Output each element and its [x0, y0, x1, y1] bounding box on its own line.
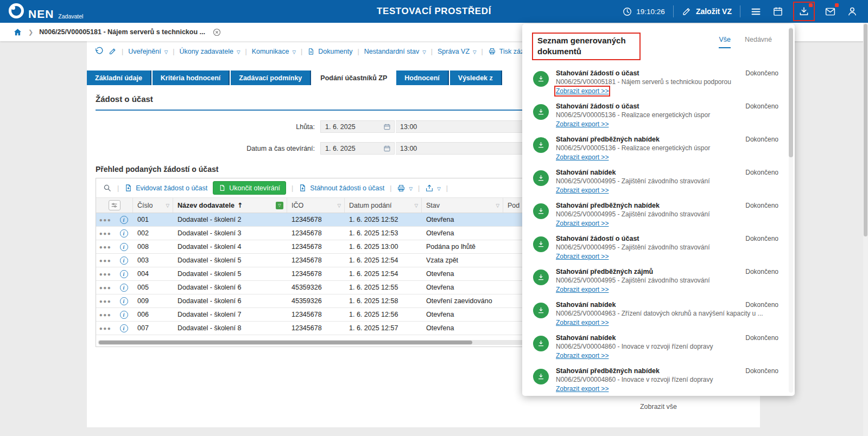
- generated-document-item[interactable]: Stahování předběžných nabídek Dokončeno …: [532, 198, 785, 231]
- top-bar: NEN Zadavatel TESTOVACÍ PROSTŘEDÍ 19:10:…: [0, 0, 868, 23]
- create-vz-button[interactable]: Založit VZ: [682, 7, 732, 16]
- panel-scrollbar[interactable]: [789, 27, 793, 393]
- show-export-link[interactable]: Zobrazit export >>: [556, 319, 609, 326]
- filter-caret-icon[interactable]: ▽: [492, 203, 499, 208]
- toolbar-menu-item[interactable]: Komunikace ▽: [252, 48, 296, 55]
- calendar-picker-icon[interactable]: [383, 123, 391, 131]
- row-actions-icon[interactable]: ●●●: [96, 285, 115, 291]
- toolbar-menu-item[interactable]: Dokumenty ▽: [307, 48, 352, 55]
- history-icon[interactable]: [94, 47, 104, 56]
- filter-caret-icon[interactable]: ▽: [162, 203, 169, 208]
- tab[interactable]: Zadávací podmínky: [231, 70, 311, 85]
- row-actions-icon[interactable]: ●●●: [96, 271, 115, 277]
- tab[interactable]: Základní údaje: [87, 70, 151, 85]
- generated-document-item[interactable]: Stahování nabídek Dokončeno N006/25/V000…: [532, 330, 785, 363]
- generated-document-item[interactable]: Stahování žádostí o účast Dokončeno N006…: [532, 99, 785, 132]
- generated-document-item[interactable]: Stahování předběžných zájmů Dokončeno N0…: [532, 264, 785, 297]
- row-actions-icon[interactable]: ●●●: [96, 258, 115, 264]
- column-settings-icon[interactable]: [109, 200, 121, 210]
- calendar-picker-icon[interactable]: [383, 145, 391, 152]
- panel-scrollbar-thumb[interactable]: [789, 28, 793, 157]
- info-icon[interactable]: i: [115, 257, 133, 265]
- show-export-link[interactable]: Zobrazit export >>: [556, 187, 609, 194]
- row-actions-icon[interactable]: ●●●: [96, 325, 115, 331]
- info-icon[interactable]: i: [115, 229, 133, 238]
- opening-date-input[interactable]: 1. 6. 2025: [320, 142, 395, 155]
- generated-document-item[interactable]: Stahování nabídek Dokončeno N006/25/V000…: [532, 165, 785, 198]
- finish-opening-button[interactable]: Ukončit otevírání: [213, 181, 286, 195]
- row-actions-icon[interactable]: ●●●: [96, 244, 115, 250]
- show-export-link[interactable]: Zobrazit export >>: [556, 220, 609, 227]
- toolbar-menu-item[interactable]: Správa VZ ▽: [438, 48, 477, 55]
- deadline-date-input[interactable]: 1. 6. 2025: [320, 120, 395, 133]
- column-header-number[interactable]: Číslo ▽: [133, 198, 173, 213]
- filter-caret-icon[interactable]: ▽: [411, 203, 418, 208]
- info-icon[interactable]: i: [115, 324, 133, 332]
- row-actions-icon[interactable]: ●●●: [96, 312, 115, 318]
- row-actions-icon[interactable]: ●●●: [96, 230, 115, 236]
- panel-tab[interactable]: Nedávné: [745, 36, 772, 48]
- tab[interactable]: Výsledek z: [450, 70, 502, 85]
- download-requests-button[interactable]: Stáhnout žádosti o účast: [299, 184, 384, 192]
- filter-active-icon[interactable]: ▽: [276, 202, 283, 209]
- print-button[interactable]: ▽: [397, 184, 413, 193]
- show-export-link[interactable]: Zobrazit export >>: [556, 120, 609, 128]
- column-header-supplier[interactable]: Název dodavatele ↑ ▽: [173, 198, 287, 213]
- nen-logo-icon: [9, 3, 24, 18]
- toolbar-menu-item[interactable]: Uveřejnění ▽: [128, 48, 168, 55]
- toolbar-menu-label: Komunikace: [252, 48, 289, 55]
- show-export-link[interactable]: Zobrazit export >>: [556, 153, 609, 161]
- show-all-link[interactable]: Zobrazit vše: [532, 403, 785, 411]
- nen-logo[interactable]: NEN Zadavatel: [0, 3, 83, 20]
- info-icon[interactable]: i: [115, 284, 133, 292]
- info-icon[interactable]: i: [115, 311, 133, 319]
- close-record-icon[interactable]: [212, 28, 221, 37]
- window-scrollbar-thumb[interactable]: [864, 24, 867, 236]
- sort-asc-icon[interactable]: ↑: [237, 201, 243, 209]
- show-export-link[interactable]: Zobrazit export >>: [556, 286, 609, 293]
- home-icon[interactable]: [13, 28, 22, 37]
- calendar-button[interactable]: [771, 4, 785, 18]
- info-icon[interactable]: i: [115, 243, 133, 251]
- show-export-link[interactable]: Zobrazit export >>: [556, 87, 609, 95]
- horizontal-scrollbar-thumb[interactable]: [99, 341, 472, 344]
- tab[interactable]: Kritéria hodnocení: [153, 70, 230, 85]
- download-success-icon: [533, 303, 549, 318]
- show-export-link[interactable]: Zobrazit export >>: [556, 352, 609, 360]
- tab[interactable]: Podání účastníků ZP: [312, 70, 395, 85]
- toolbar-menu-label: Úkony zadavatele: [180, 48, 233, 55]
- generated-document-item[interactable]: Stahování předběžných nabídek Dokončeno …: [532, 132, 785, 165]
- profile-button[interactable]: [845, 4, 859, 18]
- tab[interactable]: Hodnocení: [396, 70, 449, 85]
- toolbar-menu-label: Nestandardní stav: [364, 48, 419, 55]
- breadcrumb-record[interactable]: N006/25/V00005181 - Nájem serverů s tech…: [39, 28, 205, 36]
- generated-document-item[interactable]: Stahování žádostí o účast Dokončeno N006…: [532, 66, 785, 99]
- show-export-link[interactable]: Zobrazit export >>: [556, 385, 609, 393]
- generated-document-item[interactable]: Stahování žádostí o účast Dokončeno N006…: [532, 231, 785, 264]
- generated-document-item[interactable]: Stahování předběžných nabídek Dokončeno …: [532, 363, 785, 396]
- menu-button[interactable]: [749, 4, 763, 18]
- panel-tab[interactable]: Vše: [719, 36, 731, 48]
- info-icon[interactable]: i: [115, 216, 133, 224]
- export-button[interactable]: ▽: [425, 184, 441, 193]
- info-icon[interactable]: i: [115, 270, 133, 278]
- toolbar-menu-item[interactable]: Úkony zadavatele ▽: [180, 48, 240, 55]
- column-header-ico[interactable]: IČO ▽: [287, 198, 345, 213]
- search-icon[interactable]: [103, 183, 112, 193]
- info-icon[interactable]: i: [115, 297, 133, 305]
- window-scrollbar[interactable]: [863, 23, 868, 436]
- separator: |: [481, 48, 483, 55]
- generated-document-item[interactable]: Stahování nabídek Dokončeno N006/25/V000…: [532, 297, 785, 330]
- document-title: Stahování nabídek: [556, 334, 616, 342]
- messages-button[interactable]: [823, 4, 837, 18]
- toolbar-menu-item[interactable]: Nestandardní stav ▽: [364, 48, 426, 55]
- row-actions-icon[interactable]: ●●●: [96, 217, 115, 223]
- edit-icon[interactable]: [109, 47, 117, 55]
- row-actions-icon[interactable]: ●●●: [96, 298, 115, 304]
- show-export-link[interactable]: Zobrazit export >>: [556, 253, 609, 260]
- column-header-state[interactable]: Stav ▽: [422, 198, 503, 213]
- filter-caret-icon[interactable]: ▽: [334, 203, 341, 208]
- register-request-button[interactable]: Evidovat žádost o účast: [124, 184, 207, 192]
- generated-documents-button[interactable]: [797, 4, 811, 18]
- column-header-submitted[interactable]: Datum podání ▽: [345, 198, 422, 213]
